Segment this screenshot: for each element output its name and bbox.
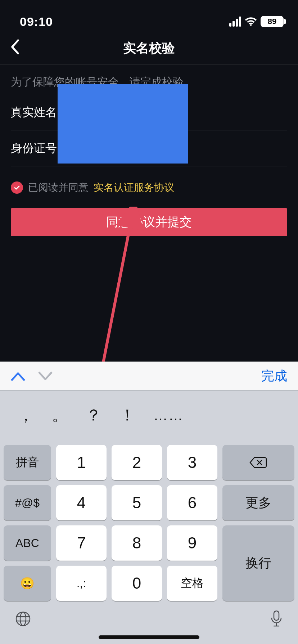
key-backspace[interactable] [222,445,294,480]
check-icon [13,184,21,191]
agreement-link[interactable]: 实名认证服务协议 [94,181,174,194]
globe-icon[interactable] [14,610,32,627]
key-question[interactable]: ？ [86,405,101,426]
key-emoji[interactable]: 😀 [4,566,51,601]
key-2[interactable]: 2 [112,445,162,480]
key-return[interactable]: 换行 [222,525,294,601]
next-field-icon[interactable] [38,371,53,381]
status-time: 09:10 [20,15,53,29]
battery-percent: 89 [268,17,276,26]
backspace-icon [249,456,268,469]
key-6[interactable]: 6 [167,485,217,520]
keyboard-toolbar: 完成 [0,362,298,390]
wifi-icon [245,17,257,26]
key-9[interactable]: 9 [167,525,217,561]
svg-point-2 [20,612,26,626]
agreement-label: 已阅读并同意 [28,181,89,194]
redacted-overlay [58,84,188,164]
keyboard-grid: 拼音 1 2 3 #@$ 4 5 6 更多 ABC 7 8 9 换行 😀 .,:… [0,440,298,601]
key-abc[interactable]: ABC [4,525,51,561]
status-right: 89 [229,16,284,27]
key-period-cn[interactable]: 。 [52,405,68,426]
key-1[interactable]: 1 [56,445,107,480]
prev-field-icon[interactable] [11,371,25,381]
svg-rect-3 [274,611,279,620]
key-ellipsis[interactable]: …… [153,407,184,423]
back-button[interactable] [10,39,19,58]
key-punct2[interactable]: .,: [56,566,107,601]
key-symbols[interactable]: #@$ [4,485,51,520]
key-exclaim[interactable]: ！ [119,405,135,426]
key-5[interactable]: 5 [112,485,162,520]
key-7[interactable]: 7 [56,525,107,561]
submit-label: 同意协议并提交 [106,214,192,230]
cellular-signal-icon [229,17,241,27]
agreement-checkbox[interactable] [11,181,23,194]
page-title: 实名校验 [123,40,175,57]
agreement-row: 已阅读并同意 实名认证服务协议 [0,166,298,194]
keyboard-punct-row: ， 。 ？ ！ …… [0,390,298,440]
keyboard: 完成 ， 。 ？ ！ …… 拼音 1 2 3 #@$ 4 5 6 更多 ABC … [0,362,298,644]
page-header: 实名校验 [0,32,298,65]
svg-point-1 [16,612,30,626]
key-more[interactable]: 更多 [222,485,294,520]
key-pinyin[interactable]: 拼音 [4,445,51,480]
keyboard-done-button[interactable]: 完成 [261,367,287,385]
status-bar: 09:10 89 [0,0,298,32]
battery-indicator: 89 [261,16,284,27]
key-0[interactable]: 0 [112,566,162,601]
home-indicator [99,635,199,639]
key-8[interactable]: 8 [112,525,162,561]
mic-icon[interactable] [269,610,284,628]
key-space[interactable]: 空格 [167,566,217,601]
key-comma-cn[interactable]: ， [18,405,34,426]
submit-button[interactable]: 同意协议并提交 [11,208,287,236]
key-3[interactable]: 3 [167,445,217,480]
key-4[interactable]: 4 [56,485,107,520]
